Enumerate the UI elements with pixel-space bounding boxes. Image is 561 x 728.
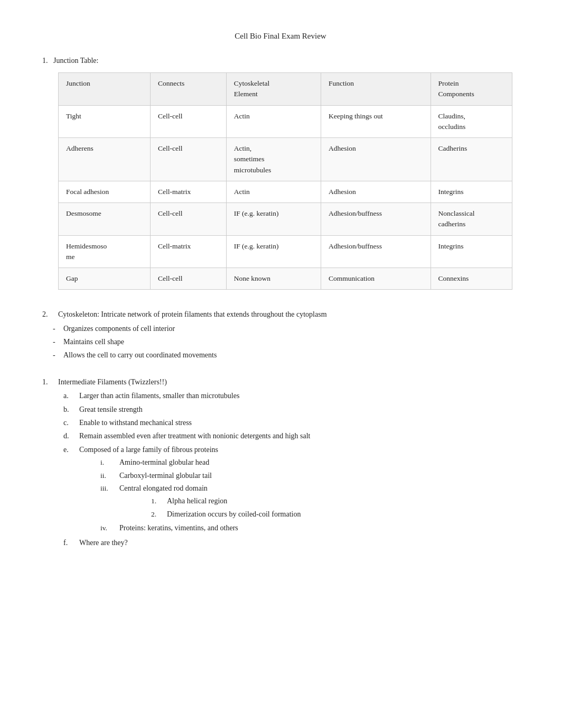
sub-item-label: f. [63, 537, 79, 549]
table-cell: Cell-cell [150, 203, 226, 236]
table-row: Hemidesmoso meCell-matrixIF (e.g. kerati… [59, 235, 512, 268]
table-cell: Adhesion [321, 181, 431, 202]
table-cell: Cell-matrix [150, 181, 226, 202]
sub-item-text: Remain assembled even after treatment wi… [79, 430, 311, 442]
sub-item-content: Enable to withstand mechanical stress [79, 419, 192, 427]
sub-item-label: b. [63, 404, 79, 416]
col-connects: Connects [150, 73, 226, 106]
section-1-label: Junction Table: [53, 57, 98, 64]
section-3: 1. Intermediate Filaments (Twizzlers!!) … [42, 376, 519, 549]
dash-item-text: Maintains cell shape [63, 336, 124, 348]
dash-symbol: - [53, 336, 63, 348]
table-cell: Adhesion/buffness [321, 235, 431, 268]
col-junction: Junction [59, 73, 151, 106]
table-cell: Cell-cell [150, 268, 226, 290]
table-cell: Cadherins [431, 138, 512, 181]
section-2-text: Cytoskeleton: Intricate network of prote… [58, 309, 519, 320]
sub-sub-item-label: ii. [100, 470, 119, 482]
table-row: AdherensCell-cellActin, sometimes microt… [59, 138, 512, 181]
deep-list-item: 2.Dimerization occurs by coiled-coil for… [151, 509, 301, 520]
table-cell: IF (e.g. keratin) [226, 235, 321, 268]
dash-symbol: - [53, 349, 63, 361]
section-1: 1. Junction Table: Junction Connects Cyt… [42, 57, 519, 290]
table-row: GapCell-cellNone knownCommunicationConne… [59, 268, 512, 290]
sub-item-content: Larger than actin filaments, smaller tha… [79, 392, 239, 400]
table-row: DesmosomeCell-cellIF (e.g. keratin)Adhes… [59, 203, 512, 236]
table-cell: Adhesion [321, 138, 431, 181]
dash-item-text: Organizes components of cell interior [63, 323, 175, 335]
sub-sub-list: i.Amino-terminal globular headii.Carboxy… [100, 457, 301, 534]
table-cell: Actin, sometimes microtubules [226, 138, 321, 181]
sub-sub-item-text: Carboxyl-terminal globular tail [119, 470, 212, 482]
sub-sub-list-item: iv.Proteins: keratins, vimentins, and ot… [100, 522, 301, 534]
deep-item-text: Dimerization occurs by coiled-coil forma… [167, 509, 301, 520]
sub-item-content: Where are they? [79, 539, 128, 547]
table-row: TightCell-cellActinKeeping things outCla… [59, 105, 512, 138]
sub-sub-item-text: Amino-terminal globular head [119, 457, 209, 468]
table-cell: Desmosome [59, 203, 151, 236]
table-cell: Focal adhesion [59, 181, 151, 202]
dash-list-item: -Organizes components of cell interior [53, 323, 519, 335]
table-cell: Tight [59, 105, 151, 138]
table-cell: Gap [59, 268, 151, 290]
table-cell: Adherens [59, 138, 151, 181]
sub-list-item: a.Larger than actin filaments, smaller t… [63, 390, 519, 402]
sub-item-text: Composed of a large family of fibrous pr… [79, 444, 301, 536]
sub-sub-list-item: i.Amino-terminal globular head [100, 457, 301, 468]
section-1-header: 1. Junction Table: [42, 57, 519, 65]
sub-item-content: Composed of a large family of fibrous pr… [79, 446, 218, 454]
section-2: 2. Cytoskeleton: Intricate network of pr… [42, 309, 519, 362]
sub-list-item: c.Enable to withstand mechanical stress [63, 417, 519, 429]
sub-item-text: Larger than actin filaments, smaller tha… [79, 390, 239, 402]
sub-sub-list-item: iii.Central elongated rod domain1.Alpha … [100, 483, 301, 521]
col-function: Function [321, 73, 431, 106]
sub-item-content: Remain assembled even after treatment wi… [79, 432, 311, 440]
sub-sub-item-text: Proteins: keratins, vimentins, and other… [119, 522, 238, 534]
table-cell: Actin [226, 105, 321, 138]
section-1-number: 1. [42, 57, 48, 64]
sub-item-label: c. [63, 417, 79, 429]
table-cell: Integrins [431, 235, 512, 268]
sub-item-text: Enable to withstand mechanical stress [79, 417, 192, 429]
section-2-number: 2. [42, 309, 58, 320]
sub-list-item: d.Remain assembled even after treatment … [63, 430, 519, 442]
sub-item-label: e. [63, 444, 79, 536]
table-cell: Nonclassical cadherins [431, 203, 512, 236]
page-title: Cell Bio Final Exam Review [42, 32, 519, 41]
deep-item-label: 2. [151, 509, 167, 520]
table-body: TightCell-cellActinKeeping things outCla… [59, 105, 512, 290]
table-cell: Actin [226, 181, 321, 202]
section-3-text: Intermediate Filaments (Twizzlers!!) [58, 376, 519, 388]
table-row: Focal adhesionCell-matrixActinAdhesionIn… [59, 181, 512, 202]
table-header: Junction Connects CytoskeletalElement Fu… [59, 73, 512, 106]
deep-item-label: 1. [151, 495, 167, 507]
table-cell: Cell-matrix [150, 235, 226, 268]
table-cell: None known [226, 268, 321, 290]
sub-item-label: d. [63, 430, 79, 442]
sub-sub-item-label: iii. [100, 483, 119, 521]
table-cell: Cell-cell [150, 105, 226, 138]
sub-list-item: b.Great tensile strength [63, 404, 519, 416]
col-protein: ProteinComponents [431, 73, 512, 106]
table-cell: IF (e.g. keratin) [226, 203, 321, 236]
table-cell: Communication [321, 268, 431, 290]
dash-list-item: -Maintains cell shape [53, 336, 519, 348]
table-cell: Cell-cell [150, 138, 226, 181]
section-3-number: 1. [42, 376, 58, 388]
sub-sub-item-content: Central elongated rod domain [119, 484, 208, 492]
sub-sub-item-label: iv. [100, 522, 119, 534]
deep-item-text: Alpha helical region [167, 495, 227, 507]
dash-list: -Organizes components of cell interior-M… [53, 323, 519, 362]
sub-sub-item-text: Central elongated rod domain1.Alpha heli… [119, 483, 301, 521]
dash-symbol: - [53, 323, 63, 335]
sub-item-text: Great tensile strength [79, 404, 143, 416]
sub-item-content: Great tensile strength [79, 406, 143, 413]
sub-sub-list-item: ii.Carboxyl-terminal globular tail [100, 470, 301, 482]
deep-list-item: 1.Alpha helical region [151, 495, 301, 507]
intermediate-filaments-list: a.Larger than actin filaments, smaller t… [63, 390, 519, 549]
table-cell: Integrins [431, 181, 512, 202]
section-2-header: 2. Cytoskeleton: Intricate network of pr… [42, 309, 519, 320]
sub-list-item: e.Composed of a large family of fibrous … [63, 444, 519, 536]
table-cell: Hemidesmoso me [59, 235, 151, 268]
table-cell: Claudins, occludins [431, 105, 512, 138]
